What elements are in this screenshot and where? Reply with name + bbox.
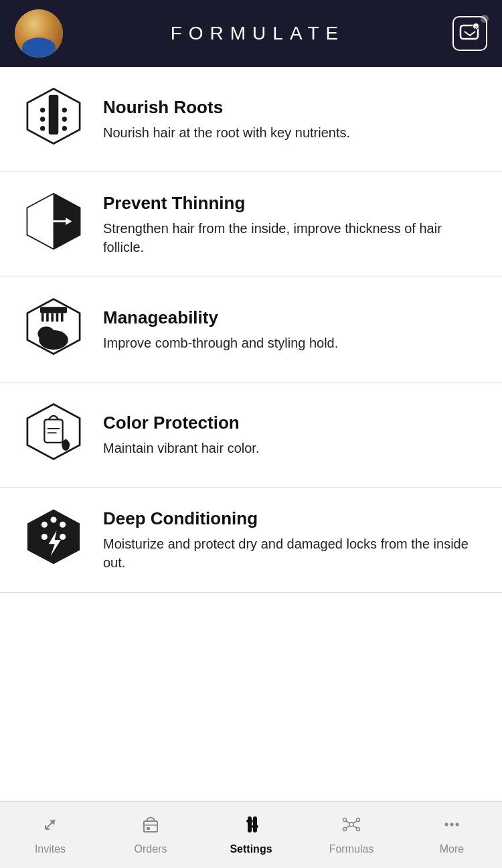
svg-line-51 xyxy=(346,821,349,823)
svg-point-48 xyxy=(357,818,360,822)
invites-icon xyxy=(40,814,60,839)
svg-point-47 xyxy=(343,818,347,822)
more-label: More xyxy=(440,843,464,855)
svg-point-32 xyxy=(60,522,66,528)
manageability-text: Manageability Improve comb-through and s… xyxy=(103,307,482,352)
svg-point-9 xyxy=(62,108,67,113)
list-item[interactable]: Nourish Roots Nourish hair at the root w… xyxy=(0,67,502,172)
deep-conditioning-icon xyxy=(20,506,87,573)
list-item[interactable]: Color Protection Maintain vibrant hair c… xyxy=(0,382,502,488)
svg-point-10 xyxy=(62,117,67,121)
manageability-title: Manageability xyxy=(103,307,482,328)
color-protection-text: Color Protection Maintain vibrant hair c… xyxy=(103,413,482,457)
deep-conditioning-text: Deep Conditioning Moisturize and protect… xyxy=(103,508,482,572)
nav-item-invites[interactable]: Invites xyxy=(0,802,100,868)
prevent-thinning-icon xyxy=(20,191,87,258)
svg-point-30 xyxy=(41,522,48,528)
color-protection-title: Color Protection xyxy=(103,413,482,433)
avatar[interactable] xyxy=(15,9,63,58)
svg-point-34 xyxy=(60,534,66,540)
nav-item-formulas[interactable]: Formulas xyxy=(301,802,402,868)
svg-point-49 xyxy=(343,828,347,831)
list-item[interactable]: Deep Conditioning Moisturize and protect… xyxy=(0,488,502,593)
svg-rect-20 xyxy=(51,313,54,321)
settings-icon xyxy=(241,814,261,839)
app-logo: FORMULATE xyxy=(171,23,345,44)
nav-item-more[interactable]: More xyxy=(402,802,502,868)
svg-rect-45 xyxy=(252,825,258,828)
color-protection-icon xyxy=(20,401,87,468)
color-protection-desc: Maintain vibrant hair color. xyxy=(103,439,482,457)
svg-point-7 xyxy=(40,117,45,121)
invites-label: Invites xyxy=(35,843,66,855)
prevent-thinning-title: Prevent Thinning xyxy=(103,193,482,214)
svg-rect-5 xyxy=(49,95,59,135)
deep-conditioning-desc: Moisturize and protect dry and damaged l… xyxy=(103,534,482,572)
svg-line-53 xyxy=(346,826,349,828)
svg-rect-19 xyxy=(46,313,49,321)
deep-conditioning-title: Deep Conditioning xyxy=(103,508,482,529)
nourish-roots-title: Nourish Roots xyxy=(103,97,482,118)
app-header: FORMULATE ? xyxy=(0,0,502,67)
list-item[interactable]: Manageability Improve comb-through and s… xyxy=(0,277,502,382)
svg-rect-17 xyxy=(40,307,67,313)
svg-point-31 xyxy=(50,516,56,522)
nourish-roots-icon xyxy=(20,86,87,153)
svg-line-54 xyxy=(353,826,357,828)
bottom-navigation: Invites Orders Settings xyxy=(0,801,502,868)
svg-marker-25 xyxy=(27,405,80,459)
svg-point-46 xyxy=(349,822,353,826)
svg-point-55 xyxy=(445,823,448,826)
svg-text:?: ? xyxy=(475,25,477,30)
svg-rect-22 xyxy=(61,313,64,321)
nourish-roots-text: Nourish Roots Nourish hair at the root w… xyxy=(103,97,482,142)
svg-point-11 xyxy=(62,126,67,131)
svg-rect-43 xyxy=(253,816,257,833)
nav-item-settings[interactable]: Settings xyxy=(201,802,301,868)
orders-label: Orders xyxy=(135,843,167,855)
manageability-icon xyxy=(20,296,87,363)
svg-point-6 xyxy=(40,108,45,113)
svg-point-50 xyxy=(357,828,360,831)
nourish-roots-desc: Nourish hair at the root with key nutrie… xyxy=(103,123,482,142)
svg-point-24 xyxy=(37,326,54,341)
svg-line-52 xyxy=(353,821,357,823)
formulas-label: Formulas xyxy=(329,843,374,855)
list-item[interactable]: Prevent Thinning Strengthen hair from th… xyxy=(0,172,502,277)
svg-point-56 xyxy=(450,823,454,826)
manageability-desc: Improve comb-through and styling hold. xyxy=(103,334,482,352)
features-list: Nourish Roots Nourish hair at the root w… xyxy=(0,67,502,801)
settings-label: Settings xyxy=(230,843,272,855)
prevent-thinning-text: Prevent Thinning Strengthen hair from th… xyxy=(103,193,482,257)
more-icon xyxy=(442,814,462,839)
svg-point-33 xyxy=(41,534,48,540)
svg-rect-18 xyxy=(41,313,44,321)
svg-point-8 xyxy=(40,126,45,131)
svg-point-57 xyxy=(456,823,459,826)
orders-icon xyxy=(141,814,161,839)
nav-item-orders[interactable]: Orders xyxy=(100,802,201,868)
svg-rect-44 xyxy=(246,820,253,822)
svg-rect-41 xyxy=(147,827,150,830)
svg-rect-42 xyxy=(248,816,252,833)
formulas-icon xyxy=(341,814,361,839)
help-button[interactable]: ? xyxy=(452,16,487,51)
prevent-thinning-desc: Strengthen hair from the inside, improve… xyxy=(103,219,482,257)
svg-rect-39 xyxy=(144,821,157,832)
svg-rect-21 xyxy=(56,313,59,321)
